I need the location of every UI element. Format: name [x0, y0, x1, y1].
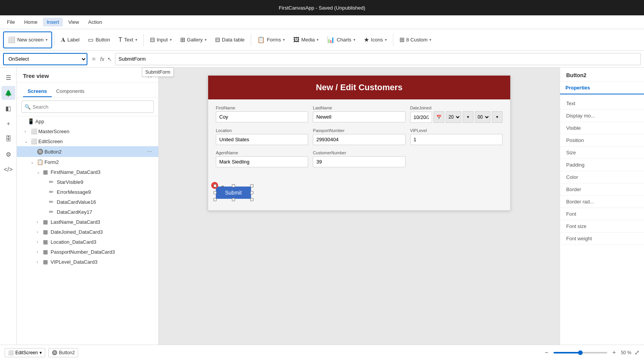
chevron-down-icon: ⌄	[31, 160, 37, 164]
properties-tabs: Properties	[560, 82, 644, 94]
canvas-area: New / Edit Customers FirstName LastName	[159, 68, 560, 345]
tab-properties[interactable]: Properties	[560, 82, 595, 94]
customernumber-input[interactable]	[313, 156, 405, 167]
tree-item-lastname-datacard[interactable]: › ▦ LastName_DataCard3	[17, 217, 158, 227]
settings-icon[interactable]: ⚙	[2, 147, 15, 161]
tree-item-app[interactable]: 📱 App	[17, 116, 158, 126]
tree-title: Tree view	[23, 73, 49, 79]
charts-button[interactable]: 📊 Charts ▾	[323, 31, 359, 48]
tab-components[interactable]: Components	[52, 86, 89, 97]
chevron-right-icon: ›	[37, 260, 43, 264]
code-icon[interactable]: </>	[2, 163, 15, 177]
tree-item-passportnumber-datacard[interactable]: › ▦ PassportNumber_DataCard3	[17, 247, 158, 257]
button2-status[interactable]: 🔘 Button2	[48, 348, 78, 357]
prop-label-font: Font	[566, 211, 576, 217]
chevron-down-minute[interactable]: ▼	[492, 111, 503, 123]
more-options-icon[interactable]: ···	[146, 148, 154, 155]
location-input[interactable]	[216, 134, 308, 145]
menu-insert[interactable]: Insert	[43, 18, 63, 26]
agentname-label: AgentName	[216, 150, 308, 155]
zoom-thumb[interactable]	[578, 350, 583, 355]
form-row-2: Location PassportNumber VIPLevel	[216, 128, 503, 145]
formula-input[interactable]	[115, 53, 641, 65]
prop-label-position: Position	[566, 137, 584, 143]
calendar-icon[interactable]: 📅	[434, 111, 444, 123]
tree-item-location-datacard[interactable]: › ▦ Location_DataCard3	[17, 237, 158, 247]
chevron-down-hour[interactable]: ▼	[463, 111, 473, 123]
expand-button[interactable]: ⤢	[634, 349, 639, 356]
control-icon: ✏	[49, 199, 57, 205]
form-row-1: FirstName LastName DateJoined	[216, 106, 503, 123]
viplevel-input[interactable]	[410, 134, 503, 145]
firstname-label: FirstName	[216, 106, 308, 110]
hamburger-menu-button[interactable]: ☰	[2, 71, 15, 84]
label-button[interactable]: 𝐀 Label	[57, 31, 84, 48]
layers-icon[interactable]: ◧	[2, 101, 15, 115]
menu-home[interactable]: Home	[20, 18, 41, 26]
customernumber-label: CustomerNumber	[313, 150, 405, 155]
tab-screens[interactable]: Screens	[23, 86, 52, 97]
input-button[interactable]: ⊟ Input ▾	[146, 31, 176, 48]
dropdown-arrow-icon[interactable]: ⌄	[220, 182, 225, 188]
forms-button[interactable]: 📋 Forms ▾	[253, 31, 289, 48]
separator	[54, 34, 55, 46]
menu-action[interactable]: Action	[84, 18, 106, 26]
media-icon: 🖼	[293, 36, 299, 43]
prop-row-display: Display mo...	[560, 110, 644, 122]
prop-label-border: Border	[566, 187, 581, 192]
tree-item-editscreen[interactable]: ⌄ ⬜ EditScreen	[17, 136, 158, 146]
gallery-icon: ⊞	[180, 36, 185, 43]
tree-item-starvisible9[interactable]: ✏ StarVisible9	[17, 177, 158, 187]
icons-button[interactable]: ★ Icons ▾	[360, 31, 391, 48]
tree-item-datacardkey17[interactable]: ✏ DataCardKey17	[17, 207, 158, 217]
tree-item-datacardvalue16[interactable]: ✏ DataCardValue16	[17, 197, 158, 207]
tree-item-viplevel-datacard[interactable]: › ▦ VIPLevel_DataCard3	[17, 257, 158, 267]
button-tool-button[interactable]: ▭ Button	[84, 31, 114, 48]
formula-property-select[interactable]: OnSelect	[3, 53, 87, 65]
tree-item-errormessage9[interactable]: ✏ ErrorMessage9	[17, 187, 158, 197]
text-button[interactable]: T Text ▾	[115, 31, 141, 48]
submit-button[interactable]: Submit	[216, 187, 251, 199]
tree-item-masterscreen[interactable]: › ⬜ MasterScreen	[17, 126, 158, 136]
hour-select[interactable]: 20	[446, 111, 461, 123]
minute-select[interactable]: 00	[475, 111, 490, 123]
gallery-button[interactable]: ⊞ Gallery ▾	[176, 31, 210, 48]
input-icon: ⊟	[150, 36, 155, 43]
delete-button[interactable]: ✕	[211, 182, 218, 189]
media-button[interactable]: 🖼 Media ▾	[289, 31, 322, 48]
agentname-input[interactable]	[216, 156, 308, 167]
field-location: Location	[216, 128, 308, 145]
edit-screen-status[interactable]: ⬜ EditScreen ▾	[5, 348, 45, 357]
field-empty	[410, 150, 503, 167]
zoom-slider[interactable]	[554, 352, 607, 353]
tree-item-datejoined-datacard[interactable]: › ▦ DateJoined_DataCard3	[17, 227, 158, 237]
tree-search-input[interactable]	[21, 101, 154, 113]
tree-label: Form2	[44, 159, 154, 165]
tree-item-firstname-datacard[interactable]: ⌄ ▦ FirstName_DataCard3	[17, 167, 158, 177]
zoom-out-button[interactable]: −	[542, 348, 551, 357]
datejoined-label: DateJoined	[410, 106, 503, 110]
tree-label: MasterScreen	[38, 129, 154, 134]
tree-label: PassportNumber_DataCard3	[51, 249, 154, 255]
tree-label: LastName_DataCard3	[51, 219, 154, 225]
new-screen-button[interactable]: ⬜ New screen ▾	[3, 31, 52, 48]
chevron-right-icon: ›	[37, 250, 43, 254]
data-table-button[interactable]: ⊟ Data table	[211, 31, 248, 48]
form-canvas: New / Edit Customers FirstName LastName	[208, 75, 511, 211]
menu-file[interactable]: File	[3, 18, 19, 26]
control-icon: ✏	[49, 189, 57, 195]
canvas-inner: New / Edit Customers FirstName LastName	[170, 75, 548, 337]
database-icon[interactable]: 🗄	[2, 132, 15, 146]
tree-panel: Tree view ✕ Screens Components 🔍 📱 App ›…	[17, 68, 159, 345]
datejoined-input[interactable]	[410, 112, 432, 123]
plus-icon[interactable]: ＋	[2, 117, 15, 130]
tree-item-button2[interactable]: 🔘 Button2 ···	[17, 146, 158, 157]
lastname-input[interactable]	[313, 111, 405, 122]
firstname-input[interactable]	[216, 111, 308, 122]
tree-item-form2[interactable]: ⌄ 📋 Form2	[17, 157, 158, 167]
zoom-in-button[interactable]: ＋	[610, 348, 619, 357]
passportnumber-input[interactable]	[313, 134, 405, 145]
custom-button[interactable]: ⊞ 8 Custom ▾	[396, 31, 435, 48]
tree-view-icon[interactable]: 🌲	[2, 86, 15, 100]
menu-view[interactable]: View	[64, 18, 83, 26]
